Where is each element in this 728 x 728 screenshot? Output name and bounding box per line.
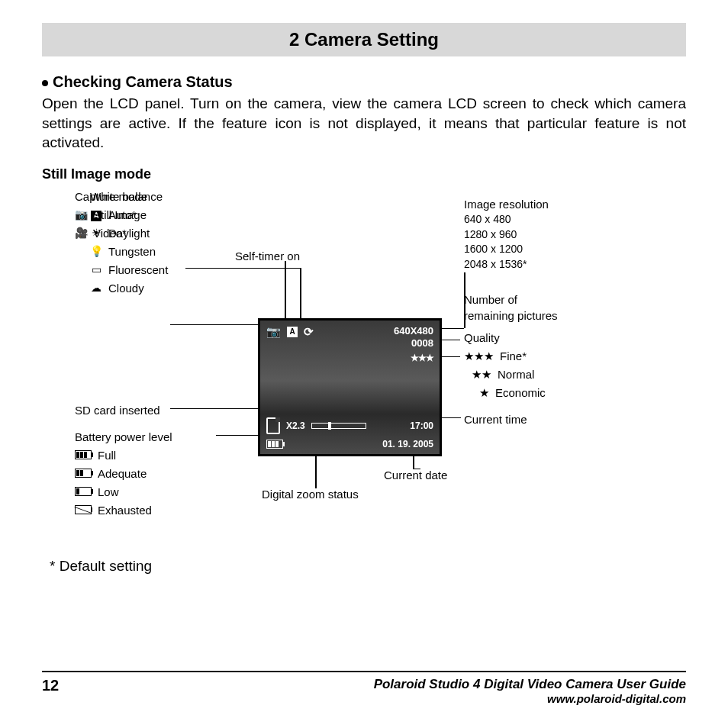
lcd-resolution: 640X480 (394, 325, 433, 337)
remaining-label: Number of remaining pictures (464, 292, 558, 324)
footer-url: www.polaroid-digital.com (374, 692, 686, 705)
page-number: 12 (42, 677, 59, 694)
section-title: 2 Camera Setting (42, 23, 686, 56)
stars-2-icon: ★★ (464, 366, 491, 382)
lcd-battery-icon (266, 440, 283, 449)
lcd-zoom: X2.3 (286, 420, 305, 431)
battery-low-icon (75, 487, 92, 496)
footer-guide-title: Polaroid Studio 4 Digital Video Camera U… (374, 677, 686, 692)
lcd-screen: 📷 A ⟳ 640X480 0008 ★★★ X2.3 17:00 (258, 318, 442, 456)
quality-legend: Quality ★★★Fine* ★★Normal ★Economic (464, 330, 546, 403)
lcd-time: 17:00 (410, 420, 433, 431)
self-timer-label: Self-timer on (235, 248, 300, 264)
sub-heading: Checking Camera Status (42, 73, 686, 91)
battery-adequate-icon (75, 469, 92, 478)
lcd-timer-icon: ⟳ (304, 325, 314, 339)
wb-fluorescent-icon: ▭ (90, 263, 102, 278)
battery-legend: Battery power level Full Adequate Low Ex… (75, 429, 172, 520)
lcd-date: 01. 19. 2005 (382, 439, 433, 449)
camera-icon: 📷 (75, 208, 87, 223)
default-setting-note: * Default setting (42, 558, 686, 575)
battery-exhausted-icon (75, 505, 92, 514)
video-icon: 🎥 (75, 226, 87, 241)
body-paragraph: Open the LCD panel. Turn on the camera, … (42, 94, 686, 153)
lcd-camera-icon: 📷 (266, 325, 281, 339)
lcd-sd-icon (266, 417, 280, 434)
wb-tungsten-icon: 💡 (90, 244, 102, 259)
current-time-label: Current time (464, 411, 527, 427)
capture-mode-legend: Capture mode 📷Still Image 🎥Video* (75, 188, 147, 243)
stars-1-icon: ★ (464, 385, 489, 401)
zoom-label: Digital zoom status (262, 486, 359, 502)
stars-3-icon: ★★★ (464, 348, 494, 364)
mode-heading: Still Image mode (42, 166, 686, 182)
wb-cloudy-icon: ☁ (90, 281, 102, 296)
lcd-quality-stars: ★★★ (411, 353, 433, 363)
resolution-legend: Image resolution 640 x 480 1280 x 960 16… (464, 196, 549, 272)
lcd-diagram: White balance AAuto* ☀Daylight 💡Tungsten… (48, 188, 680, 547)
page-footer: 12 Polaroid Studio 4 Digital Video Camer… (42, 671, 686, 705)
lcd-count: 0008 (394, 337, 433, 350)
lcd-zoom-bar (311, 423, 366, 429)
battery-full-icon (75, 450, 92, 459)
sd-label: SD card inserted (75, 402, 160, 418)
lcd-wb-icon: A (287, 327, 298, 337)
bullet-icon (42, 80, 48, 86)
